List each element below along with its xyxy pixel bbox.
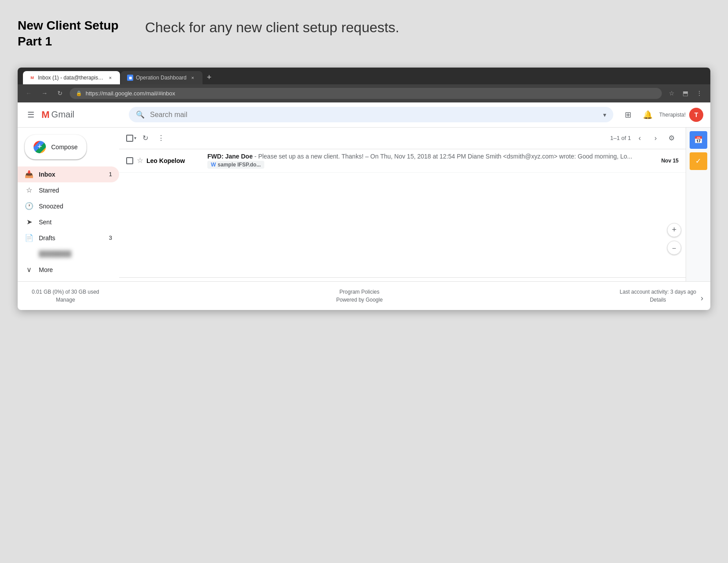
hamburger-menu-icon[interactable]: ☰ [25,107,37,122]
compose-button[interactable]: + Compose [25,135,86,159]
therapista-logo[interactable]: Therapista! [659,112,686,118]
email-star-icon[interactable]: ☆ [137,156,143,165]
drafts-icon: 📄 [25,234,34,242]
gmail-tab-favicon: M [29,75,35,81]
manage-link[interactable]: Manage [56,297,75,303]
add-side-button[interactable]: + [667,223,681,237]
dashboard-tab-favicon: ◼ [127,75,133,81]
notifications-icon[interactable]: 🔔 [640,107,656,123]
select-all-checkbox-area: ▾ [126,135,136,142]
collapse-side-button[interactable]: – [667,241,681,255]
refresh-button[interactable]: ↻ [55,88,65,98]
next-page-button[interactable]: › [649,131,663,145]
details-link[interactable]: Details [650,297,666,303]
sidebar-drafts-label: Drafts [39,234,104,242]
gmail-logo: M Gmail [41,109,75,121]
compose-label: Compose [51,144,78,151]
prev-page-button[interactable]: ‹ [633,131,647,145]
sidebar-inbox-label: Inbox [39,171,104,178]
menu-dots-icon[interactable]: ⋮ [694,88,705,98]
select-dropdown-icon[interactable]: ▾ [134,136,136,140]
email-date: Nov 15 [661,158,679,164]
snoozed-icon: 🕐 [25,202,34,210]
attachment-doc-icon: W [211,162,216,168]
select-all-checkbox[interactable] [126,135,133,142]
gmail-header-right: ⊞ 🔔 Therapista! T [620,107,703,123]
instruction-title: New Client Setup Part 1 [18,18,119,50]
email-subject: FWD: Jane Doe [207,153,253,160]
address-text: https://mail.google.com/mail/#inbox [86,90,175,97]
gmail-search-bar[interactable]: 🔍 ▾ [129,107,613,122]
email-toolbar: ▾ ↻ ⋮ 1–1 of 1 ‹ › ⚙ [119,128,686,149]
dashboard-tab[interactable]: ◼ Operation Dashboard × [121,71,203,84]
tasks-side-icon[interactable]: ✓ [690,152,707,170]
inbox-badge: 1 [109,171,112,178]
footer-storage: 0.01 GB (0%) of 30 GB used Manage [32,289,99,303]
calendar-side-icon[interactable]: 📅 [690,131,707,149]
search-icon: 🔍 [136,110,145,119]
search-input[interactable] [150,111,598,119]
gmail-tab-close[interactable]: × [107,74,114,81]
email-attachment: W sample IFSP.do... [207,161,264,169]
toolbar-right: 1–1 of 1 ‹ › ⚙ [610,131,679,145]
forward-button[interactable]: → [39,88,50,98]
inbox-icon: 📥 [25,170,34,178]
instruction-description: Check for any new client setup requests. [145,18,399,36]
sidebar-item-inbox[interactable]: 📥 Inbox 1 [18,166,119,182]
new-tab-button[interactable]: + [203,71,215,84]
program-policies-link[interactable]: Program Policies [339,289,379,295]
sent-icon: ➤ [25,218,34,226]
browser-addressbar: ← → ↻ 🔒 https://mail.google.com/mail/#in… [18,84,710,102]
browser-actions: ☆ ⬒ ⋮ [666,88,705,98]
cast-icon[interactable]: ⬒ [680,88,691,98]
bookmark-icon[interactable]: ☆ [666,88,677,98]
email-sender: Leo Kopelow [146,157,204,164]
sidebar-item-sent[interactable]: ➤ Sent [18,214,119,230]
email-preview: - Please set up as a new client. Thanks!… [255,153,632,160]
address-bar[interactable]: 🔒 https://mail.google.com/mail/#inbox [70,88,662,99]
email-checkbox[interactable] [126,157,133,164]
gmail-header-left: ☰ M Gmail [25,107,122,122]
user-avatar[interactable]: T [689,108,703,122]
email-row[interactable]: ☆ Leo Kopelow FWD: Jane Doe - Please set… [119,149,686,173]
gmail-body: ☰ M Gmail 🔍 ▾ ⊞ 🔔 Therapista! T [18,102,710,310]
apps-icon[interactable]: ⊞ [620,107,636,123]
browser-window: M Inbox (1) - data@therapista.ne... × ◼ … [18,68,710,310]
gmail-sidebar: + Compose 📥 Inbox 1 ☆ Starred 🕐 Snoozed [18,128,119,281]
footer-center: Program Policies Powered by Google [336,289,383,303]
divider [119,277,686,278]
sidebar-item-categories[interactable]: ████████ [18,246,119,262]
dashboard-tab-close[interactable]: × [189,74,196,81]
email-content: FWD: Jane Doe - Please set up as a new c… [207,153,658,169]
sidebar-item-drafts[interactable]: 📄 Drafts 3 [18,230,119,246]
lock-icon: 🔒 [76,91,82,96]
storage-text: 0.01 GB (0%) of 30 GB used [32,289,99,295]
email-select-checkbox[interactable] [126,157,133,164]
back-button[interactable]: ← [23,88,34,98]
attachment-name: sample IFSP.do... [218,162,261,168]
sidebar-categories-label: ████████ [39,250,112,257]
browser-chrome: M Inbox (1) - data@therapista.ne... × ◼ … [18,68,710,84]
sidebar-starred-label: Starred [39,187,112,194]
settings-button[interactable]: ⚙ [664,131,679,145]
dashboard-tab-label: Operation Dashboard [136,75,187,81]
more-chevron-icon: ∨ [25,265,34,274]
sidebar-item-more[interactable]: ∨ More [18,262,119,278]
sidebar-item-starred[interactable]: ☆ Starred [18,182,119,198]
instruction-area: New Client Setup Part 1 Check for any ne… [18,18,710,50]
sidebar-item-snoozed[interactable]: 🕐 Snoozed [18,198,119,214]
gmail-content-area: + Compose 📥 Inbox 1 ☆ Starred 🕐 Snoozed [18,128,710,281]
search-expand-icon[interactable]: ▾ [603,111,606,118]
right-side-panel: 📅 ✓ + – [686,128,710,281]
sidebar-snoozed-label: Snoozed [39,203,112,210]
footer-right: Last account activity: 3 days ago Detail… [620,289,696,303]
gmail-tab[interactable]: M Inbox (1) - data@therapista.ne... × [23,71,120,84]
refresh-emails-button[interactable]: ↻ [138,131,152,145]
sidebar-sent-label: Sent [39,219,112,226]
browser-tabs: M Inbox (1) - data@therapista.ne... × ◼ … [23,71,705,84]
gmail-main: ▾ ↻ ⋮ 1–1 of 1 ‹ › ⚙ [119,128,686,281]
expand-panel-icon[interactable]: › [694,287,710,310]
last-activity-text: Last account activity: 3 days ago [620,289,696,295]
more-options-button[interactable]: ⋮ [154,131,168,145]
gmail-footer: 0.01 GB (0%) of 30 GB used Manage Progra… [18,281,710,310]
